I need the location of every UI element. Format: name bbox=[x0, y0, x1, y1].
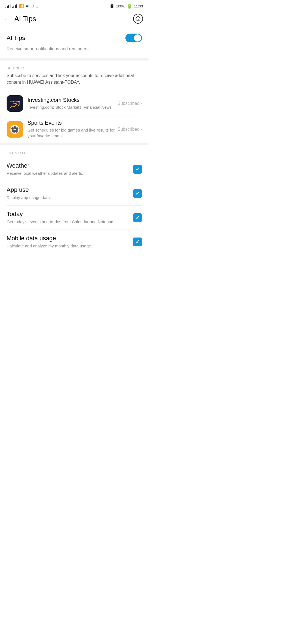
toggle-knob bbox=[134, 34, 141, 42]
investing-desc: Investing.com: Stock Markets, Financial … bbox=[28, 104, 115, 110]
signal-icon-1 bbox=[6, 4, 10, 8]
top-nav: ← AI Tips bbox=[0, 11, 148, 28]
history-icon bbox=[135, 16, 141, 21]
appuse-info: App use Display app usage data. bbox=[7, 186, 133, 200]
services-description: Subscribe to services and link your acco… bbox=[7, 72, 142, 86]
lifestyle-header: LIFESTYLE bbox=[7, 151, 142, 155]
service-item-investing[interactable]: Investing .com Investing.com Stocks Inve… bbox=[7, 91, 142, 116]
investing-chevron-icon: › bbox=[141, 101, 142, 106]
sports-icon bbox=[7, 121, 23, 138]
sports-desc: Get schedules for big games and live res… bbox=[28, 127, 115, 139]
back-button[interactable]: ← bbox=[4, 15, 11, 22]
battery-percent: 100% bbox=[116, 4, 125, 8]
vibrate-icon: 📳 bbox=[110, 4, 114, 8]
services-section: SERVICES Subscribe to services and link … bbox=[0, 61, 148, 143]
mobiledata-name: Mobile data usage bbox=[7, 235, 129, 242]
appuse-name: App use bbox=[7, 186, 129, 193]
ai-tips-row: AI Tips bbox=[7, 34, 142, 42]
lifestyle-section: LIFESTYLE Weather Receive local weather … bbox=[0, 145, 148, 254]
ai-tips-toggle[interactable] bbox=[125, 34, 142, 42]
bluetooth-icon: ∗ bbox=[26, 4, 29, 8]
weather-check-icon: ✓ bbox=[136, 166, 140, 172]
section-divider-2 bbox=[0, 143, 148, 145]
mobiledata-checkbox[interactable]: ✓ bbox=[133, 238, 142, 246]
screen-icon: ⎕ bbox=[36, 4, 38, 8]
lifestyle-item-appuse[interactable]: App use Display app usage data. ✓ bbox=[7, 181, 142, 206]
investing-status-label: Subscribed bbox=[117, 101, 139, 106]
investing-logo-svg: Investing .com bbox=[8, 97, 22, 110]
appuse-desc: Display app usage data. bbox=[7, 195, 129, 200]
sports-name: Sports Events bbox=[28, 120, 115, 126]
svg-text:Investing: Investing bbox=[10, 100, 20, 103]
status-right: 📳 100% 🔋 11:33 bbox=[110, 4, 143, 9]
sports-ball-svg bbox=[10, 124, 20, 135]
lifestyle-item-mobiledata[interactable]: Mobile data usage Calculate and analyze … bbox=[7, 230, 142, 254]
investing-status[interactable]: Subscribed › bbox=[117, 101, 142, 106]
page-title: AI Tips bbox=[14, 15, 36, 23]
history-button[interactable] bbox=[133, 14, 143, 24]
today-check-icon: ✓ bbox=[136, 215, 140, 221]
mobiledata-check-icon: ✓ bbox=[136, 239, 140, 245]
appuse-check-icon: ✓ bbox=[136, 190, 140, 197]
investing-info: Investing.com Stocks Investing.com: Stoc… bbox=[28, 97, 115, 110]
status-bar: 📶 ∗ ☽ ⎕ 📳 100% 🔋 11:33 bbox=[0, 0, 148, 11]
ai-tips-section: AI Tips Receive smart notifications and … bbox=[0, 28, 148, 58]
sports-status-label: Subscribed bbox=[117, 127, 139, 132]
services-header: SERVICES bbox=[7, 66, 142, 70]
weather-info: Weather Receive local weather updates an… bbox=[7, 162, 133, 176]
lifestyle-item-today[interactable]: Today Get today's events and to-dos from… bbox=[7, 206, 142, 230]
weather-name: Weather bbox=[7, 162, 129, 169]
lifestyle-item-weather[interactable]: Weather Receive local weather updates an… bbox=[7, 157, 142, 181]
service-item-sports[interactable]: Sports Events Get schedules for big game… bbox=[7, 116, 142, 143]
today-checkbox[interactable]: ✓ bbox=[133, 213, 142, 222]
appuse-checkbox[interactable]: ✓ bbox=[133, 189, 142, 198]
weather-checkbox[interactable]: ✓ bbox=[133, 165, 142, 174]
ai-tips-label: AI Tips bbox=[7, 34, 25, 42]
sports-chevron-icon: › bbox=[141, 127, 142, 132]
mobiledata-info: Mobile data usage Calculate and analyze … bbox=[7, 235, 133, 249]
nav-left: ← AI Tips bbox=[4, 15, 36, 23]
section-divider-1 bbox=[0, 58, 148, 61]
mobiledata-desc: Calculate and analyze my monthly data us… bbox=[7, 243, 129, 249]
sports-info: Sports Events Get schedules for big game… bbox=[28, 120, 115, 139]
time: 11:33 bbox=[134, 4, 143, 8]
investing-icon: Investing .com bbox=[7, 95, 23, 112]
moon-icon: ☽ bbox=[31, 4, 34, 8]
today-name: Today bbox=[7, 211, 129, 218]
signal-icon-2 bbox=[12, 4, 17, 8]
today-desc: Get today's events and to-dos from Calen… bbox=[7, 219, 129, 225]
status-left: 📶 ∗ ☽ ⎕ bbox=[6, 4, 38, 9]
investing-name: Investing.com Stocks bbox=[28, 97, 115, 103]
ai-tips-description: Receive smart notifications and reminder… bbox=[7, 46, 142, 52]
today-info: Today Get today's events and to-dos from… bbox=[7, 211, 133, 225]
sports-status[interactable]: Subscribed › bbox=[117, 127, 142, 132]
wifi-icon: 📶 bbox=[19, 4, 24, 9]
weather-desc: Receive local weather updates and alerts… bbox=[7, 170, 129, 176]
battery-icon: 🔋 bbox=[127, 4, 132, 9]
